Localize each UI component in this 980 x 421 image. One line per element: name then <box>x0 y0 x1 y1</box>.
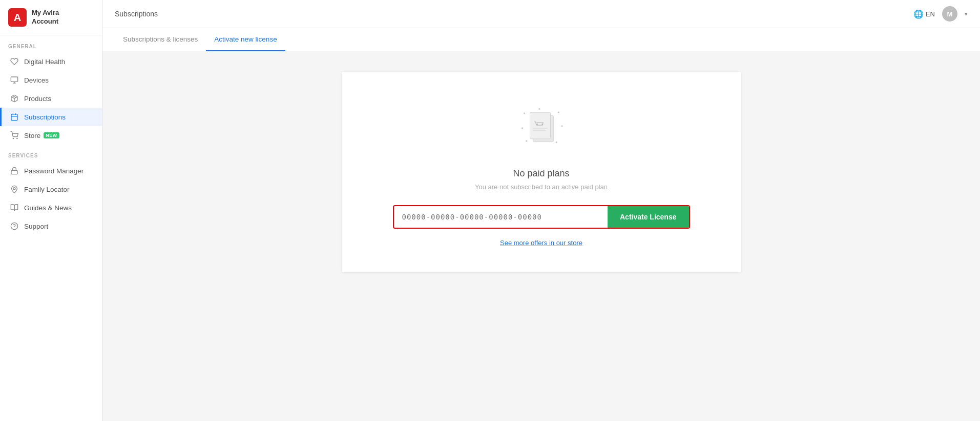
svg-point-20 <box>555 142 557 143</box>
digital-health-label: Digital Health <box>24 58 65 66</box>
license-key-input[interactable] <box>394 207 608 227</box>
svg-rect-23 <box>530 112 550 139</box>
support-label: Support <box>24 223 48 230</box>
sidebar-logo: A My AviraAccount <box>0 0 102 35</box>
license-input-area: Activate License <box>393 205 690 229</box>
sidebar-item-store[interactable]: Store NEW <box>0 126 102 145</box>
header: Subscriptions 🌐 EN M ▾ <box>102 0 980 28</box>
subscriptions-label: Subscriptions <box>24 113 66 121</box>
svg-point-9 <box>13 138 13 138</box>
main-area: Subscriptions 🌐 EN M ▾ Subscriptions & l… <box>102 0 980 421</box>
svg-rect-11 <box>11 170 17 174</box>
avira-logo-icon: A <box>8 8 27 27</box>
svg-line-3 <box>13 96 16 97</box>
sidebar-item-guides-news[interactable]: Guides & News <box>0 198 102 217</box>
content-area: No paid plans You are not subscribed to … <box>102 51 980 421</box>
tabs-bar: Subscriptions & licenses Activate new li… <box>102 28 980 51</box>
sidebar-item-family-locator[interactable]: Family Locator <box>0 180 102 198</box>
svg-point-10 <box>17 138 17 138</box>
guides-news-label: Guides & News <box>24 204 72 212</box>
header-right: 🌐 EN M ▾ <box>913 6 968 22</box>
svg-point-18 <box>561 125 562 127</box>
heart-icon <box>10 57 19 66</box>
language-button[interactable]: 🌐 EN <box>913 9 935 19</box>
app-title: My AviraAccount <box>32 9 59 26</box>
tab-activate-new-license[interactable]: Activate new license <box>206 28 285 51</box>
avatar[interactable]: M <box>942 6 957 22</box>
svg-point-12 <box>13 188 15 190</box>
svg-point-17 <box>521 127 523 129</box>
devices-label: Devices <box>24 76 49 84</box>
language-label: EN <box>926 10 935 18</box>
family-locator-label: Family Locator <box>24 186 70 193</box>
store-link[interactable]: See more offers in our store <box>500 239 582 247</box>
book-icon <box>10 203 19 212</box>
svg-point-15 <box>524 112 525 114</box>
tab-subscriptions-licenses[interactable]: Subscriptions & licenses <box>115 28 206 51</box>
sidebar-item-products[interactable]: Products <box>0 89 102 108</box>
dropdown-arrow-icon[interactable]: ▾ <box>965 11 968 17</box>
svg-rect-0 <box>11 77 17 82</box>
new-badge: NEW <box>44 132 59 138</box>
subscriptions-icon <box>10 112 19 122</box>
monitor-icon <box>10 75 19 85</box>
activate-license-button[interactable]: Activate License <box>608 206 689 228</box>
store-icon <box>10 131 19 140</box>
sidebar-item-support[interactable]: Support <box>0 217 102 235</box>
general-section-label: GENERAL <box>0 35 102 52</box>
header-title: Subscriptions <box>115 10 158 18</box>
main-card: No paid plans You are not subscribed to … <box>342 72 741 272</box>
svg-rect-5 <box>11 114 17 121</box>
sidebar-item-devices[interactable]: Devices <box>0 71 102 89</box>
map-pin-icon <box>10 185 19 194</box>
globe-icon: 🌐 <box>913 9 924 19</box>
sidebar: A My AviraAccount GENERAL Digital Health… <box>0 0 102 421</box>
store-label: Store <box>24 132 40 139</box>
no-plans-illustration <box>516 103 567 154</box>
lock-icon <box>10 166 19 175</box>
help-circle-icon <box>10 222 19 231</box>
sidebar-item-subscriptions[interactable]: Subscriptions <box>0 108 102 126</box>
products-label: Products <box>24 95 51 103</box>
svg-point-16 <box>557 112 559 113</box>
svg-point-21 <box>538 108 540 110</box>
package-icon <box>10 94 19 103</box>
sidebar-item-password-manager[interactable]: Password Manager <box>0 162 102 180</box>
no-plans-subtitle: You are not subscribed to an active paid… <box>475 183 608 191</box>
password-manager-label: Password Manager <box>24 167 84 175</box>
services-section-label: SERVICES <box>0 145 102 162</box>
sidebar-item-digital-health[interactable]: Digital Health <box>0 52 102 71</box>
svg-point-19 <box>526 140 527 142</box>
no-plans-title: No paid plans <box>513 168 569 179</box>
